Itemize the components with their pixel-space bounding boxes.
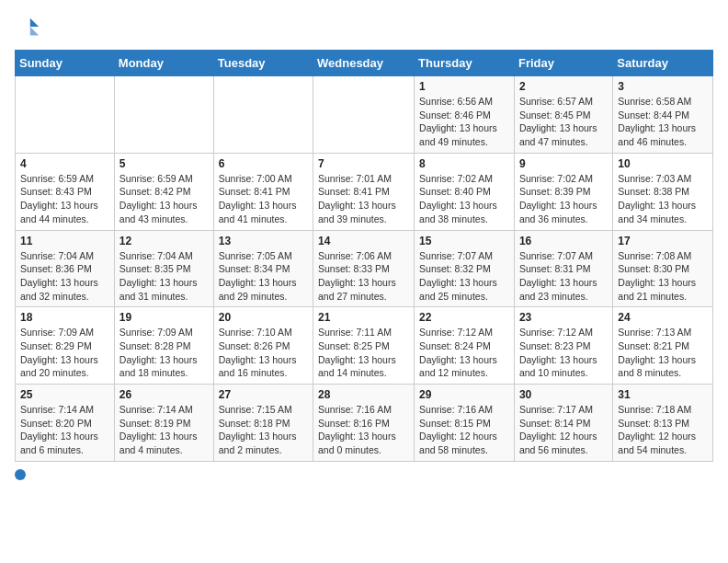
calendar-cell-4-5: 22Sunrise: 7:12 AM Sunset: 8:24 PM Dayli…: [415, 307, 515, 385]
logo: [15, 15, 44, 40]
calendar-cell-3-3: 13Sunrise: 7:05 AM Sunset: 8:34 PM Dayli…: [213, 230, 313, 307]
day-info: Sunrise: 6:57 AM Sunset: 8:45 PM Dayligh…: [519, 95, 608, 149]
day-info: Sunrise: 7:04 AM Sunset: 8:36 PM Dayligh…: [20, 249, 109, 304]
header: [15, 15, 713, 40]
day-number: 8: [419, 157, 509, 170]
calendar-cell-4-6: 23Sunrise: 7:12 AM Sunset: 8:23 PM Dayli…: [514, 307, 612, 385]
day-number: 25: [20, 388, 109, 401]
day-number: 28: [318, 388, 409, 401]
day-info: Sunrise: 7:09 AM Sunset: 8:28 PM Dayligh…: [119, 326, 209, 380]
day-info: Sunrise: 7:18 AM Sunset: 8:13 PM Dayligh…: [618, 403, 708, 457]
calendar-cell-5-6: 30Sunrise: 7:17 AM Sunset: 8:14 PM Dayli…: [514, 385, 612, 462]
day-number: 11: [20, 235, 109, 247]
calendar-cell-4-4: 21Sunrise: 7:11 AM Sunset: 8:25 PM Dayli…: [313, 307, 415, 385]
calendar-cell-3-5: 15Sunrise: 7:07 AM Sunset: 8:32 PM Dayli…: [415, 230, 515, 307]
calendar-cell-1-1: [16, 76, 115, 154]
day-number: 20: [219, 311, 308, 324]
calendar-cell-2-3: 6Sunrise: 7:00 AM Sunset: 8:41 PM Daylig…: [213, 153, 313, 230]
footer-icon: [15, 469, 26, 480]
day-info: Sunrise: 7:14 AM Sunset: 8:20 PM Dayligh…: [20, 403, 109, 457]
calendar-cell-1-5: 1Sunrise: 6:56 AM Sunset: 8:46 PM Daylig…: [415, 76, 515, 154]
calendar-cell-4-7: 24Sunrise: 7:13 AM Sunset: 8:21 PM Dayli…: [613, 307, 713, 385]
day-info: Sunrise: 7:16 AM Sunset: 8:15 PM Dayligh…: [419, 403, 509, 457]
week-row-3: 11Sunrise: 7:04 AM Sunset: 8:36 PM Dayli…: [16, 230, 713, 307]
header-tuesday: Tuesday: [213, 51, 313, 76]
calendar-cell-3-4: 14Sunrise: 7:06 AM Sunset: 8:33 PM Dayli…: [313, 230, 415, 307]
day-info: Sunrise: 7:05 AM Sunset: 8:34 PM Dayligh…: [219, 249, 308, 304]
day-number: 1: [419, 80, 509, 93]
calendar-cell-4-2: 19Sunrise: 7:09 AM Sunset: 8:28 PM Dayli…: [114, 307, 213, 385]
day-info: Sunrise: 7:03 AM Sunset: 8:38 PM Dayligh…: [618, 172, 708, 226]
day-info: Sunrise: 7:13 AM Sunset: 8:21 PM Dayligh…: [618, 326, 708, 380]
header-thursday: Thursday: [415, 51, 515, 76]
day-number: 6: [219, 157, 308, 170]
day-info: Sunrise: 7:04 AM Sunset: 8:35 PM Dayligh…: [119, 249, 209, 304]
header-wednesday: Wednesday: [313, 51, 415, 76]
calendar-cell-5-1: 25Sunrise: 7:14 AM Sunset: 8:20 PM Dayli…: [16, 385, 115, 462]
day-info: Sunrise: 7:12 AM Sunset: 8:24 PM Dayligh…: [419, 326, 509, 380]
calendar-cell-5-5: 29Sunrise: 7:16 AM Sunset: 8:15 PM Dayli…: [415, 385, 515, 462]
calendar-cell-3-2: 12Sunrise: 7:04 AM Sunset: 8:35 PM Dayli…: [114, 230, 213, 307]
calendar-cell-5-7: 31Sunrise: 7:18 AM Sunset: 8:13 PM Dayli…: [613, 385, 713, 462]
calendar-cell-4-1: 18Sunrise: 7:09 AM Sunset: 8:29 PM Dayli…: [16, 307, 115, 385]
day-info: Sunrise: 6:59 AM Sunset: 8:43 PM Dayligh…: [20, 172, 109, 226]
calendar-cell-1-6: 2Sunrise: 6:57 AM Sunset: 8:45 PM Daylig…: [514, 76, 612, 154]
week-row-2: 4Sunrise: 6:59 AM Sunset: 8:43 PM Daylig…: [16, 153, 713, 230]
day-info: Sunrise: 7:02 AM Sunset: 8:40 PM Dayligh…: [419, 172, 509, 226]
calendar-cell-2-4: 7Sunrise: 7:01 AM Sunset: 8:41 PM Daylig…: [313, 153, 415, 230]
calendar-cell-2-7: 10Sunrise: 7:03 AM Sunset: 8:38 PM Dayli…: [613, 153, 713, 230]
day-info: Sunrise: 6:59 AM Sunset: 8:42 PM Dayligh…: [119, 172, 209, 226]
day-info: Sunrise: 7:12 AM Sunset: 8:23 PM Dayligh…: [519, 326, 608, 380]
header-friday: Friday: [514, 51, 612, 76]
day-number: 31: [618, 388, 708, 401]
calendar-cell-2-5: 8Sunrise: 7:02 AM Sunset: 8:40 PM Daylig…: [415, 153, 515, 230]
svg-marker-1: [30, 27, 39, 35]
calendar-cell-3-1: 11Sunrise: 7:04 AM Sunset: 8:36 PM Dayli…: [16, 230, 115, 307]
day-info: Sunrise: 7:01 AM Sunset: 8:41 PM Dayligh…: [318, 172, 409, 226]
day-info: Sunrise: 7:07 AM Sunset: 8:31 PM Dayligh…: [519, 249, 608, 304]
day-number: 14: [318, 235, 409, 247]
day-number: 15: [419, 235, 509, 247]
day-number: 7: [318, 157, 409, 170]
header-sunday: Sunday: [16, 51, 115, 76]
day-info: Sunrise: 7:16 AM Sunset: 8:16 PM Dayligh…: [318, 403, 409, 457]
calendar-cell-1-7: 3Sunrise: 6:58 AM Sunset: 8:44 PM Daylig…: [613, 76, 713, 154]
day-info: Sunrise: 7:15 AM Sunset: 8:18 PM Dayligh…: [219, 403, 308, 457]
day-number: 29: [419, 388, 509, 401]
day-info: Sunrise: 7:14 AM Sunset: 8:19 PM Dayligh…: [119, 403, 209, 457]
svg-marker-0: [30, 18, 39, 27]
calendar-header-row: SundayMondayTuesdayWednesdayThursdayFrid…: [16, 51, 713, 76]
day-info: Sunrise: 7:02 AM Sunset: 8:39 PM Dayligh…: [519, 172, 608, 226]
day-number: 23: [519, 311, 608, 324]
calendar-cell-2-6: 9Sunrise: 7:02 AM Sunset: 8:39 PM Daylig…: [514, 153, 612, 230]
header-saturday: Saturday: [613, 51, 713, 76]
day-number: 19: [119, 311, 209, 324]
calendar-cell-5-3: 27Sunrise: 7:15 AM Sunset: 8:18 PM Dayli…: [213, 385, 313, 462]
day-number: 18: [20, 311, 109, 324]
day-number: 2: [519, 80, 608, 93]
day-info: Sunrise: 7:11 AM Sunset: 8:25 PM Dayligh…: [318, 326, 409, 380]
day-number: 22: [419, 311, 509, 324]
day-number: 3: [618, 80, 708, 93]
day-number: 17: [618, 235, 708, 247]
day-info: Sunrise: 6:56 AM Sunset: 8:46 PM Dayligh…: [419, 95, 509, 149]
day-number: 27: [219, 388, 308, 401]
calendar-cell-5-4: 28Sunrise: 7:16 AM Sunset: 8:16 PM Dayli…: [313, 385, 415, 462]
day-number: 26: [119, 388, 209, 401]
calendar-table: SundayMondayTuesdayWednesdayThursdayFrid…: [15, 50, 713, 462]
calendar-cell-4-3: 20Sunrise: 7:10 AM Sunset: 8:26 PM Dayli…: [213, 307, 313, 385]
day-info: Sunrise: 7:10 AM Sunset: 8:26 PM Dayligh…: [219, 326, 308, 380]
calendar-cell-1-2: [114, 76, 213, 154]
day-info: Sunrise: 7:08 AM Sunset: 8:30 PM Dayligh…: [618, 249, 708, 304]
calendar-cell-1-4: [313, 76, 415, 154]
day-info: Sunrise: 7:00 AM Sunset: 8:41 PM Dayligh…: [219, 172, 308, 226]
day-number: 24: [618, 311, 708, 324]
day-number: 12: [119, 235, 209, 247]
day-number: 9: [519, 157, 608, 170]
week-row-1: 1Sunrise: 6:56 AM Sunset: 8:46 PM Daylig…: [16, 76, 713, 154]
logo-icon: [15, 15, 40, 40]
day-info: Sunrise: 7:06 AM Sunset: 8:33 PM Dayligh…: [318, 249, 409, 304]
day-info: Sunrise: 7:17 AM Sunset: 8:14 PM Dayligh…: [519, 403, 608, 457]
day-number: 21: [318, 311, 409, 324]
calendar-cell-2-2: 5Sunrise: 6:59 AM Sunset: 8:42 PM Daylig…: [114, 153, 213, 230]
